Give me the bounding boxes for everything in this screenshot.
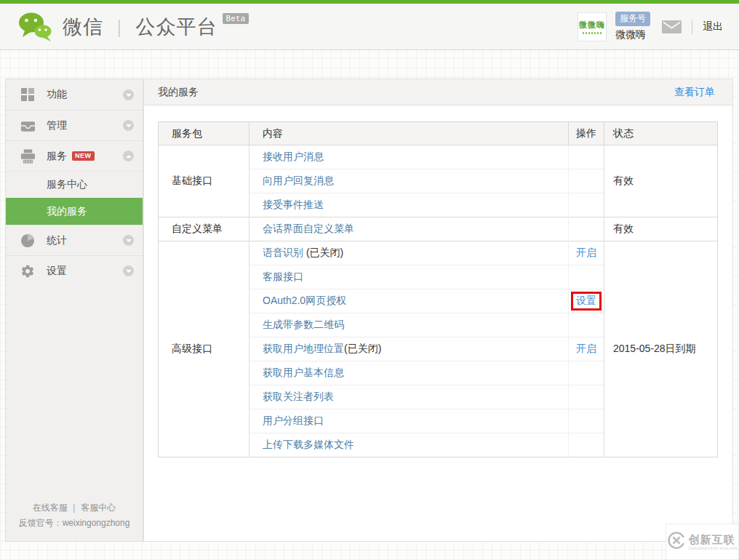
action-cell bbox=[569, 145, 604, 169]
package-cell: 高级接口 bbox=[159, 241, 249, 457]
action-cell bbox=[569, 433, 604, 457]
sidebar-subitem-label: 服务中心 bbox=[47, 178, 87, 191]
watermark-name: 创新互联 bbox=[689, 534, 738, 545]
service-link[interactable]: 获取用户地理位置 bbox=[263, 343, 344, 354]
closed-note: (已关闭) bbox=[303, 247, 343, 258]
view-orders-link[interactable]: 查看订单 bbox=[674, 86, 715, 99]
sidebar-item-label: 统计 bbox=[47, 234, 67, 247]
service-link[interactable]: 用户分组接口 bbox=[263, 415, 324, 426]
sidebar-item-features[interactable]: 功能 bbox=[6, 79, 143, 110]
column-header-status: 状态 bbox=[604, 122, 718, 145]
beta-badge: Beta bbox=[223, 13, 249, 24]
closed-note: (已关闭) bbox=[344, 343, 381, 354]
account-area: 微微嗨 服务号 微微嗨 退出 bbox=[578, 12, 723, 41]
sidebar-subitem-my-services[interactable]: 我的服务 bbox=[6, 198, 143, 225]
pie-chart-icon bbox=[20, 233, 38, 248]
chevron-down-icon[interactable] bbox=[123, 265, 134, 276]
service-link[interactable]: 客服接口 bbox=[263, 271, 303, 282]
chevron-down-icon[interactable] bbox=[123, 235, 134, 246]
brand-title: 微信 ｜ 公众平台 bbox=[63, 14, 217, 40]
account-type-badge: 服务号 bbox=[615, 12, 650, 26]
action-cell bbox=[569, 193, 604, 217]
action-cell bbox=[569, 169, 604, 193]
action-cell bbox=[569, 409, 604, 433]
support-links: 在线客服 ｜ 客服中心 bbox=[6, 500, 143, 516]
header-divider bbox=[692, 20, 692, 34]
support-center-link[interactable]: 客服中心 bbox=[81, 503, 116, 513]
service-link[interactable]: 接收用户消息 bbox=[263, 151, 324, 162]
chevron-down-icon[interactable] bbox=[123, 89, 134, 100]
status-cell: 有效 bbox=[604, 217, 718, 241]
action-cell bbox=[569, 217, 604, 241]
watermark: 创新互联 CHUANGXIN HULIAN bbox=[666, 524, 739, 560]
sidebar-subitem-label: 我的服务 bbox=[47, 205, 87, 218]
new-badge: NEW bbox=[72, 151, 95, 161]
service-link[interactable]: 获取关注者列表 bbox=[263, 391, 334, 402]
avatar-url-line bbox=[583, 32, 602, 34]
page-header: 我的服务 查看订单 bbox=[144, 79, 732, 105]
inbox-icon bbox=[20, 119, 38, 133]
table-row: 基础接口 接收用户消息 有效 bbox=[159, 145, 718, 169]
sidebar-item-settings[interactable]: 设置 bbox=[6, 255, 143, 286]
enable-link[interactable]: 开启 bbox=[576, 247, 596, 258]
account-name: 微微嗨 bbox=[615, 28, 650, 41]
column-header-content: 内容 bbox=[249, 122, 569, 145]
gear-icon bbox=[20, 264, 38, 279]
service-link[interactable]: 语音识别 bbox=[263, 247, 303, 258]
sidebar: 功能 管理 服务 NEW 服务中心 我的服务 bbox=[5, 79, 143, 542]
action-cell bbox=[569, 313, 604, 337]
service-link[interactable]: OAuth2.0网页授权 bbox=[263, 295, 346, 306]
service-link[interactable]: 上传下载多媒体文件 bbox=[263, 439, 354, 450]
enable-link[interactable]: 开启 bbox=[576, 343, 596, 354]
wechat-logo-icon bbox=[17, 11, 52, 43]
action-cell bbox=[569, 361, 604, 385]
table-row: 自定义菜单 会话界面自定义菜单 有效 bbox=[159, 217, 718, 241]
action-cell bbox=[569, 265, 604, 289]
column-header-package: 服务包 bbox=[159, 122, 249, 145]
online-support-link[interactable]: 在线客服 bbox=[33, 503, 68, 513]
status-cell: 有效 bbox=[604, 145, 718, 217]
configure-link[interactable]: 设置 bbox=[576, 295, 596, 306]
feedback-account: 反馈官号：weixingongzhong bbox=[6, 516, 143, 531]
sidebar-item-manage[interactable]: 管理 bbox=[6, 110, 143, 140]
brand: 微信 ｜ 公众平台 Beta bbox=[17, 11, 249, 43]
status-cell: 2015-05-28日到期 bbox=[604, 241, 718, 457]
brand-name: 微信 bbox=[63, 14, 103, 40]
watermark-text: 创新互联 CHUANGXIN HULIAN bbox=[689, 534, 738, 551]
chevron-down-icon[interactable] bbox=[123, 120, 134, 131]
sidebar-item-label: 功能 bbox=[47, 88, 67, 101]
sidebar-item-label: 服务 bbox=[47, 150, 67, 163]
services-table: 服务包 内容 操作 状态 基础接口 接收用户消息 有效 向用户回复消息 接受事件… bbox=[158, 121, 718, 457]
product-name: 公众平台 bbox=[136, 14, 217, 40]
service-link[interactable]: 获取用户基本信息 bbox=[263, 367, 344, 378]
app-header: 微信 ｜ 公众平台 Beta 微微嗨 服务号 微微嗨 退出 bbox=[0, 4, 739, 50]
grid-icon bbox=[20, 87, 38, 102]
chevron-up-icon[interactable] bbox=[123, 151, 134, 161]
sidebar-subitem-service-center[interactable]: 服务中心 bbox=[6, 171, 143, 198]
main-panel: 我的服务 查看订单 服务包 内容 操作 状态 基础接口 接收用户消息 有效 向用… bbox=[143, 79, 733, 542]
sidebar-item-label: 管理 bbox=[47, 119, 67, 132]
package-cell: 自定义菜单 bbox=[159, 217, 249, 241]
mail-icon[interactable] bbox=[662, 20, 682, 33]
brand-separator: ｜ bbox=[111, 15, 129, 39]
footer-separator: ｜ bbox=[70, 503, 79, 513]
table-row: 高级接口 语音识别 (已关闭) 开启 2015-05-28日到期 bbox=[159, 241, 718, 265]
sidebar-item-service[interactable]: 服务 NEW bbox=[6, 140, 143, 171]
service-link[interactable]: 会话界面自定义菜单 bbox=[263, 223, 354, 234]
column-header-action: 操作 bbox=[569, 122, 604, 145]
sidebar-item-label: 设置 bbox=[47, 265, 67, 278]
avatar-text: 微微嗨 bbox=[579, 20, 605, 31]
page-title: 我的服务 bbox=[158, 86, 199, 99]
printer-icon bbox=[20, 149, 38, 164]
logout-link[interactable]: 退出 bbox=[703, 20, 723, 33]
highlight-box: 设置 bbox=[571, 292, 602, 310]
sidebar-footer: 在线客服 ｜ 客服中心 反馈官号：weixingongzhong bbox=[6, 500, 143, 531]
account-avatar: 微微嗨 bbox=[578, 12, 607, 41]
service-link[interactable]: 生成带参数二维码 bbox=[263, 319, 344, 330]
sidebar-item-statistics[interactable]: 统计 bbox=[6, 225, 143, 255]
watermark-subtitle: CHUANGXIN HULIAN bbox=[689, 546, 738, 551]
service-link[interactable]: 接受事件推送 bbox=[263, 199, 324, 210]
package-cell: 基础接口 bbox=[159, 145, 249, 217]
table-header-row: 服务包 内容 操作 状态 bbox=[159, 122, 718, 145]
service-link[interactable]: 向用户回复消息 bbox=[263, 175, 334, 186]
